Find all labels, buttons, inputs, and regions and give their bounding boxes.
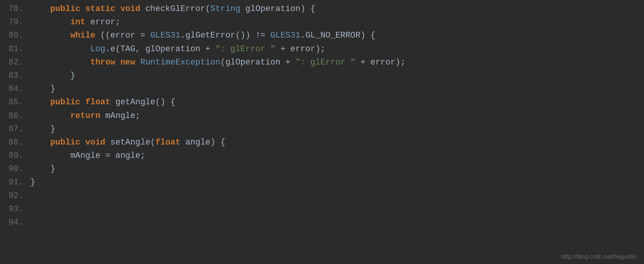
code-line: } [30,176,644,189]
code-content: public static void checkGlError(String g… [30,0,644,264]
code-token [80,138,85,147]
code-line: mAngle = angle; [30,149,644,162]
code-token: setAngle( [105,138,155,147]
code-token [30,4,50,14]
code-line: public void setAngle(float angle) { [30,136,644,149]
code-token: angle) { [180,138,225,147]
line-number: 90. [4,162,23,176]
code-token [135,58,140,67]
line-number: 84. [4,82,23,96]
line-number: 91. [4,176,23,189]
code-token: mAngle; [100,111,141,121]
code-token: GLES31 [150,31,180,40]
line-number: 82. [4,56,23,69]
line-number: 86. [4,109,23,123]
line-number: 78. [4,2,23,16]
code-line: public static void checkGlError(String g… [30,2,644,16]
code-token: RuntimeException [140,58,220,67]
code-line: Log.e(TAG, glOperation + ": glError " + … [30,42,644,56]
code-token [115,58,120,67]
code-token: public [50,138,80,147]
line-number: 94. [4,216,23,229]
code-line: while ((error = GLES31.glGetError()) != … [30,29,644,42]
code-token: ((error = [95,31,150,40]
code-token: String [210,4,240,14]
code-token: checkGlError( [140,4,210,14]
line-number: 85. [4,96,23,109]
line-number: 79. [4,16,23,29]
line-number: 80. [4,29,23,42]
code-token: void [85,138,105,147]
code-token [30,111,70,121]
code-token: } [30,178,35,187]
code-token: throw [90,58,115,67]
code-token [30,138,50,147]
line-number: 93. [4,203,23,216]
code-token [115,4,120,14]
line-number: 83. [4,69,23,82]
code-token: Log [90,44,105,54]
code-token: new [120,58,136,67]
code-line: } [30,82,644,96]
code-token: glOperation) { [241,4,316,14]
code-token: GLES31 [270,31,300,40]
line-number: 92. [4,189,23,203]
code-token [30,151,70,160]
code-line: } [30,69,644,82]
code-token: return [70,111,100,121]
code-token: .GL_NO_ERROR) { [300,31,375,40]
line-number: 81. [4,42,23,56]
line-number: 89. [4,149,23,162]
line-numbers: 78.79.80.81.82.83.84.85.86.87.88.89.90.9… [0,0,30,264]
watermark: http://blog.csdn.net/hejjunlin [561,253,636,260]
code-token: mAngle = angle; [70,151,145,160]
code-editor: 78.79.80.81.82.83.84.85.86.87.88.89.90.9… [0,0,644,264]
code-token: + error); [355,58,405,67]
code-token: public [50,97,80,107]
code-token: } [30,71,75,80]
code-line: throw new RuntimeException(glOperation +… [30,56,644,69]
code-line: int error; [30,16,644,29]
code-token: getAngle() { [110,97,175,107]
code-token: .e(TAG, glOperation + [105,44,215,54]
code-line: } [30,162,644,176]
code-token: + error); [275,44,325,54]
code-token: } [30,164,55,174]
code-token [30,44,90,54]
code-token: } [30,84,55,94]
code-token [30,58,90,67]
code-token: error; [85,17,120,27]
code-token: public [50,4,80,14]
code-line: public float getAngle() { [30,96,644,109]
code-token: float [85,97,110,107]
code-token [80,4,85,14]
code-token: void [120,4,141,14]
code-token: ": glError " [216,44,275,54]
code-token [30,17,70,27]
code-token: static [85,4,115,14]
code-token [30,97,50,107]
line-number: 88. [4,136,23,149]
code-token: int [70,17,86,27]
code-line: return mAngle; [30,109,644,123]
code-token: .glGetError()) != [180,31,270,40]
code-token: while [70,31,95,40]
code-token [30,31,70,40]
code-line: } [30,123,644,136]
code-token: float [155,138,180,147]
code-token: ": glError " [295,58,355,67]
code-token: } [30,124,55,134]
code-token: (glOperation + [220,58,295,67]
line-number: 87. [4,123,23,136]
code-token [80,97,85,107]
